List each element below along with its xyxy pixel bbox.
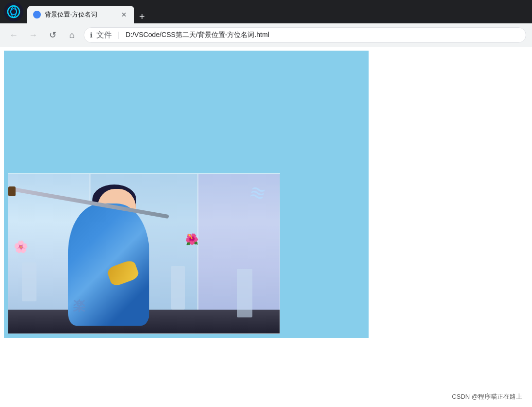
browser-logo: [4, 2, 23, 21]
sword-handle: [8, 186, 16, 196]
vase-left: [22, 262, 36, 301]
forward-icon: →: [29, 30, 37, 40]
anime-scene-container: 🌸 🌺 ≋: [8, 173, 280, 334]
address-prefix: 文件: [96, 30, 112, 40]
page-content: 🌸 🌺 ≋: [0, 47, 532, 407]
reload-icon: ↺: [49, 30, 56, 40]
background-image: 🌸 🌺 ≋: [8, 173, 280, 334]
svg-point-1: [11, 9, 17, 15]
back-button[interactable]: ←: [6, 27, 21, 43]
char-kimono-body: [68, 204, 149, 326]
home-icon: ⌂: [70, 30, 75, 40]
browser-window: 背景位置-方位名词 ✕ + ← → ↺ ⌂ ℹ 文件 | D:/VSCode/C…: [0, 0, 532, 407]
char-gold-obi: [106, 259, 140, 287]
tab-favicon: [33, 11, 41, 18]
flower-left: 🌸: [14, 240, 28, 254]
svg-point-0: [8, 6, 19, 18]
anime-scene: 🌸 🌺 ≋: [8, 174, 280, 333]
active-tab[interactable]: 背景位置-方位名词 ✕: [27, 6, 134, 23]
address-text: D:/VSCode/CSS第二天/背景位置-方位名词.html: [125, 31, 520, 39]
tab-title: 背景位置-方位名词: [45, 10, 116, 19]
address-separator: |: [118, 31, 120, 39]
forward-button[interactable]: →: [25, 27, 41, 43]
kimono-text: 楽: [71, 289, 88, 290]
character: 楽: [35, 182, 198, 325]
tab-close-button[interactable]: ✕: [120, 10, 128, 19]
watermark-text: CSDN @程序喵正在路上: [452, 393, 522, 400]
nav-bar: ← → ↺ ⌂ ℹ 文件 | D:/VSCode/CSS第二天/背景位置-方位名…: [0, 23, 532, 47]
tab-bar: 背景位置-方位名词 ✕ +: [27, 0, 528, 23]
info-icon: ℹ: [90, 31, 92, 39]
watermark: CSDN @程序喵正在路上: [452, 392, 522, 401]
address-bar[interactable]: ℹ 文件 | D:/VSCode/CSS第二天/背景位置-方位名词.html: [84, 27, 526, 43]
title-bar: 背景位置-方位名词 ✕ +: [0, 0, 532, 23]
background-demo-box: 🌸 🌺 ≋: [4, 51, 369, 338]
vase-right: [237, 269, 252, 317]
home-button[interactable]: ⌂: [64, 27, 80, 43]
back-icon: ←: [9, 30, 18, 40]
reload-button[interactable]: ↺: [45, 27, 60, 43]
new-tab-button[interactable]: +: [135, 10, 149, 23]
